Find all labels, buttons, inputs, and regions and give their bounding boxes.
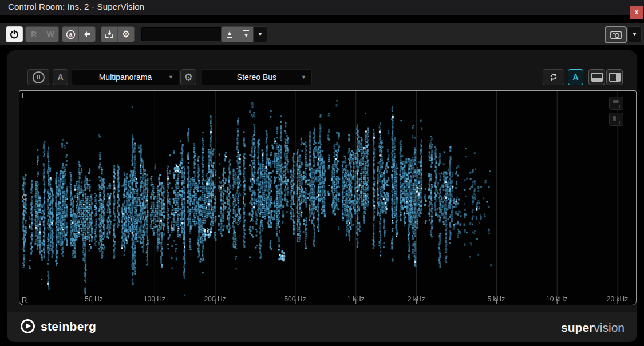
- freq-tick-label: 1 kHz: [347, 295, 365, 303]
- svg-text:a: a: [69, 31, 72, 38]
- add-slot-horizontal-button[interactable]: +: [609, 97, 623, 110]
- pan-label-left: L: [22, 92, 26, 100]
- copy-a-to-b-button[interactable]: [79, 27, 95, 42]
- horizontal-bar-icon: [613, 100, 619, 103]
- a-b-switch-button[interactable]: a: [62, 27, 79, 42]
- plugin-settings-button[interactable]: ⚙: [118, 27, 134, 42]
- channel-selector[interactable]: Stereo Bus ▼: [202, 69, 312, 85]
- freq-tick-label: 20 kHz: [607, 295, 628, 303]
- preset-nudge-group: ▲ ▼: [221, 26, 255, 42]
- automation-group: R W: [25, 26, 59, 42]
- add-slot-vertical-button[interactable]: +: [609, 113, 623, 126]
- freq-tick-label: 2 kHz: [408, 295, 425, 303]
- panorama-scatter-canvas: [19, 91, 635, 304]
- pause-button[interactable]: [27, 69, 49, 85]
- chevron-down-icon: ▼: [301, 74, 306, 80]
- steinberg-logo: steinberg: [21, 319, 96, 333]
- split-vertical-button[interactable]: [606, 69, 623, 85]
- window-titlebar: Control Room: Ins. 2 - SuperVision: [0, 0, 644, 15]
- plugin-footer: steinberg supervision: [7, 312, 637, 342]
- vertical-bar-icon: [613, 116, 616, 121]
- underline-mark: [227, 37, 232, 38]
- pause-icon: [33, 71, 45, 83]
- freq-tick-label: 50 Hz: [85, 295, 102, 303]
- next-preset-button[interactable]: ▼: [238, 27, 254, 42]
- channel-selector-value: Stereo Bus: [237, 73, 276, 82]
- insert-routing-button[interactable]: [101, 27, 118, 42]
- freq-tick-label: 200 Hz: [204, 295, 226, 303]
- snapshot-button[interactable]: [605, 26, 627, 43]
- freq-tick-label: 10 kHz: [546, 295, 567, 303]
- host-toolbar: R W a ⚙ ▲: [0, 22, 644, 45]
- module-settings-button[interactable]: ⚙: [180, 69, 196, 85]
- module-selector-value: Multipanorama: [99, 73, 152, 82]
- supervision-plugin-panel: A Multipanorama ▼ ⚙ Stereo Bus ▼ A L C R…: [7, 50, 637, 342]
- vertical-split-icon: [609, 73, 621, 82]
- pan-label-center: C: [22, 193, 27, 201]
- refresh-icon: [549, 73, 558, 82]
- switch-group: a: [62, 26, 96, 42]
- preset-name-field[interactable]: [141, 27, 227, 41]
- preset-menu-button[interactable]: ▼: [253, 26, 267, 42]
- chevron-down-icon: ▼: [168, 74, 173, 80]
- window-title: Control Room: Ins. 2 - SuperVision: [8, 2, 144, 11]
- freq-tick-label: 5 kHz: [488, 295, 505, 303]
- frequency-axis: 50 Hz100 Hz200 Hz500 Hz1 kHz2 kHz5 kHz10…: [19, 294, 636, 303]
- dropdown-caret-icon: ▼: [632, 31, 637, 37]
- back-arrow-icon: [84, 31, 91, 38]
- steinberg-play-icon: [21, 319, 35, 333]
- bypass-power-button[interactable]: [6, 26, 23, 42]
- freq-tick-label: 100 Hz: [144, 295, 165, 303]
- functions-menu-button[interactable]: ▼: [627, 26, 642, 42]
- supervision-logo: supervision: [561, 321, 625, 335]
- insert-settings-group: ⚙: [101, 26, 135, 42]
- read-automation-button[interactable]: R: [26, 27, 42, 42]
- funnel-arrow-icon: [105, 30, 114, 39]
- steinberg-wordmark: steinberg: [41, 320, 96, 333]
- a-circle-icon: a: [66, 30, 76, 39]
- camera-icon: [610, 31, 622, 39]
- horizontal-split-icon: [591, 73, 603, 82]
- gear-icon: ⚙: [122, 30, 130, 39]
- ab-state-a-button[interactable]: A: [568, 69, 583, 85]
- overline-mark: [243, 30, 249, 31]
- freq-tick-label: 500 Hz: [284, 295, 306, 303]
- previous-preset-button[interactable]: ▲: [222, 27, 238, 42]
- module-selector[interactable]: Multipanorama ▼: [72, 69, 179, 85]
- multipanorama-display[interactable]: L C R 50 Hz100 Hz200 Hz500 Hz1 kHz2 kHz5…: [19, 90, 637, 305]
- ab-compare-button[interactable]: A: [53, 69, 68, 85]
- dropdown-caret-icon: ▼: [258, 31, 263, 37]
- gear-icon: ⚙: [184, 73, 192, 82]
- write-automation-button[interactable]: W: [42, 27, 58, 42]
- reset-button[interactable]: [543, 69, 564, 85]
- power-icon: [10, 30, 19, 39]
- close-button[interactable]: x: [630, 6, 643, 19]
- split-horizontal-button[interactable]: [588, 69, 605, 85]
